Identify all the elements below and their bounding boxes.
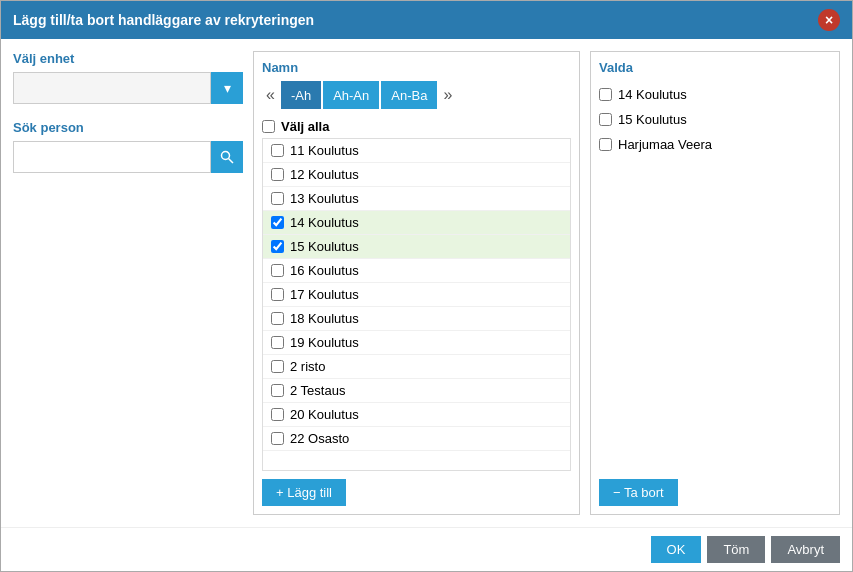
modal-header: Lägg till/ta bort handläggare av rekryte…: [1, 1, 852, 39]
list-item-checkbox[interactable]: [271, 144, 284, 157]
list-item-checkbox[interactable]: [271, 312, 284, 325]
right-header: Valda: [599, 60, 831, 75]
list-item-label: 12 Koulutus: [290, 167, 359, 182]
avbryt-button[interactable]: Avbryt: [771, 536, 840, 563]
list-item-label: 2 Testaus: [290, 383, 345, 398]
list-item-checkbox[interactable]: [271, 384, 284, 397]
list-item-checkbox[interactable]: [271, 408, 284, 421]
alpha-tab-2[interactable]: An-Ba: [381, 81, 437, 109]
list-item-label: 11 Koulutus: [290, 143, 359, 158]
unit-section: Välj enhet ▾: [13, 51, 243, 104]
remove-button[interactable]: − Ta bort: [599, 479, 678, 506]
list-item[interactable]: 11 Koulutus: [263, 139, 570, 163]
list-item[interactable]: 16 Koulutus: [263, 259, 570, 283]
list-item[interactable]: 14 Koulutus: [263, 211, 570, 235]
alpha-prev-button[interactable]: «: [262, 86, 279, 104]
alpha-tab-0[interactable]: -Ah: [281, 81, 321, 109]
list-item[interactable]: 20 Koulutus: [263, 403, 570, 427]
middle-header: Namn: [262, 60, 571, 75]
list-item-checkbox[interactable]: [271, 240, 284, 253]
items-list[interactable]: 11 Koulutus12 Koulutus13 Koulutus14 Koul…: [262, 138, 571, 471]
left-panel: Välj enhet ▾ Sök person: [13, 51, 243, 515]
unit-select-display: [13, 72, 211, 104]
svg-line-1: [229, 159, 234, 164]
list-item-label: 16 Koulutus: [290, 263, 359, 278]
alphabet-nav: « -Ah Ah-An An-Ba »: [262, 81, 571, 109]
list-item-label: 14 Koulutus: [290, 215, 359, 230]
list-item-label: 18 Koulutus: [290, 311, 359, 326]
list-item-checkbox[interactable]: [271, 432, 284, 445]
alpha-next-button[interactable]: »: [439, 86, 456, 104]
list-item-checkbox[interactable]: [271, 288, 284, 301]
alpha-tab-1[interactable]: Ah-An: [323, 81, 379, 109]
right-panel: Valda 14 Koulutus15 KoulutusHarjumaa Vee…: [590, 51, 840, 515]
list-item[interactable]: 13 Koulutus: [263, 187, 570, 211]
unit-dropdown-button[interactable]: ▾: [211, 72, 243, 104]
list-item[interactable]: 18 Koulutus: [263, 307, 570, 331]
list-item-checkbox[interactable]: [271, 336, 284, 349]
search-button[interactable]: [211, 141, 243, 173]
svg-point-0: [222, 152, 230, 160]
list-item-label: 19 Koulutus: [290, 335, 359, 350]
modal-overlay: Lägg till/ta bort handläggare av rekryte…: [0, 0, 853, 572]
search-wrapper: [13, 141, 243, 173]
tom-button[interactable]: Töm: [707, 536, 765, 563]
list-item[interactable]: 15 Koulutus: [263, 235, 570, 259]
select-all-label: Välj alla: [281, 119, 329, 134]
list-item[interactable]: 12 Koulutus: [263, 163, 570, 187]
modal-title: Lägg till/ta bort handläggare av rekryte…: [13, 12, 314, 28]
list-item[interactable]: 2 Testaus: [263, 379, 570, 403]
ok-button[interactable]: OK: [651, 536, 702, 563]
selected-item-checkbox[interactable]: [599, 88, 612, 101]
list-item-checkbox[interactable]: [271, 192, 284, 205]
selected-item-checkbox[interactable]: [599, 113, 612, 126]
select-all-checkbox[interactable]: [262, 120, 275, 133]
list-item-label: 13 Koulutus: [290, 191, 359, 206]
unit-label: Välj enhet: [13, 51, 243, 66]
modal: Lägg till/ta bort handläggare av rekryte…: [0, 0, 853, 572]
modal-footer: OK Töm Avbryt: [1, 527, 852, 571]
modal-body: Välj enhet ▾ Sök person: [1, 39, 852, 527]
middle-panel: Namn « -Ah Ah-An An-Ba » Välj alla 11 Ko…: [253, 51, 580, 515]
selected-item-label: Harjumaa Veera: [618, 137, 712, 152]
list-item-label: 20 Koulutus: [290, 407, 359, 422]
list-item-label: 2 risto: [290, 359, 325, 374]
list-item-checkbox[interactable]: [271, 264, 284, 277]
list-item-label: 17 Koulutus: [290, 287, 359, 302]
list-item-label: 15 Koulutus: [290, 239, 359, 254]
close-button[interactable]: ×: [818, 9, 840, 31]
search-section: Sök person: [13, 120, 243, 173]
list-item[interactable]: 17 Koulutus: [263, 283, 570, 307]
select-all-row: Välj alla: [262, 115, 571, 138]
unit-select-wrapper: ▾: [13, 72, 243, 104]
search-icon: [220, 150, 234, 164]
list-item-checkbox[interactable]: [271, 360, 284, 373]
list-item-checkbox[interactable]: [271, 168, 284, 181]
selected-item: 14 Koulutus: [599, 83, 831, 106]
list-item-checkbox[interactable]: [271, 216, 284, 229]
list-item-label: 22 Osasto: [290, 431, 349, 446]
selected-items: 14 Koulutus15 KoulutusHarjumaa Veera: [599, 83, 831, 469]
list-item[interactable]: 19 Koulutus: [263, 331, 570, 355]
list-item[interactable]: 2 risto: [263, 355, 570, 379]
selected-item-checkbox[interactable]: [599, 138, 612, 151]
selected-item-label: 14 Koulutus: [618, 87, 687, 102]
selected-item-label: 15 Koulutus: [618, 112, 687, 127]
selected-item: Harjumaa Veera: [599, 133, 831, 156]
selected-item: 15 Koulutus: [599, 108, 831, 131]
list-item[interactable]: 22 Osasto: [263, 427, 570, 451]
search-input[interactable]: [13, 141, 211, 173]
search-label: Sök person: [13, 120, 243, 135]
add-button[interactable]: + Lägg till: [262, 479, 346, 506]
